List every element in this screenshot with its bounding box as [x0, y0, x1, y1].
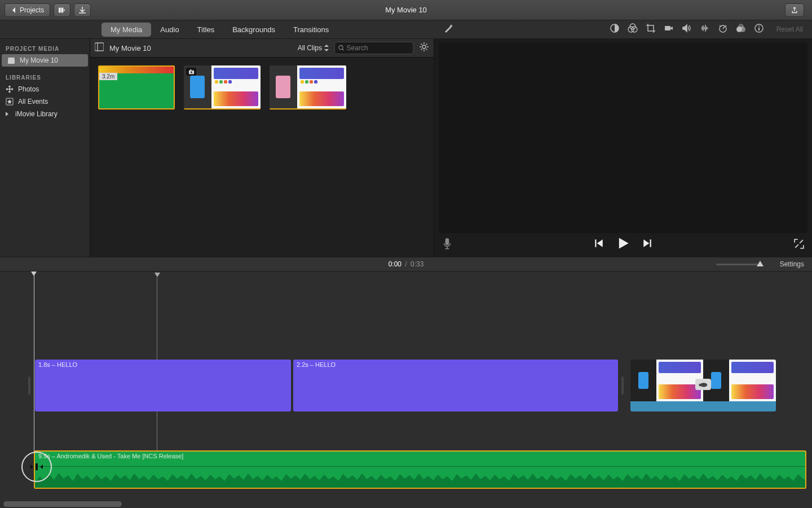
horizontal-scrollbar[interactable] — [3, 501, 122, 507]
clips-filter-dropdown[interactable]: All Clips — [298, 44, 329, 52]
sidebar-header-project-media: PROJECT MEDIA — [0, 42, 90, 54]
fullscreen-button[interactable] — [794, 239, 804, 251]
browser-settings-button[interactable] — [419, 42, 429, 54]
svg-rect-0 — [59, 7, 61, 12]
svg-rect-14 — [8, 59, 15, 64]
svg-rect-6 — [665, 26, 670, 30]
crop-button[interactable] — [646, 23, 656, 36]
tab-titles[interactable]: Titles — [188, 23, 224, 37]
video-clip-thumbnail[interactable] — [184, 65, 261, 110]
import-button[interactable] — [74, 3, 91, 17]
svg-rect-31 — [650, 239, 651, 247]
noise-reduction-button[interactable] — [700, 23, 710, 36]
video-clip-thumbnail[interactable] — [270, 65, 346, 110]
info-button[interactable] — [754, 23, 764, 36]
svg-rect-29 — [445, 238, 449, 245]
sidebar-library-label: iMovie Library — [15, 110, 58, 118]
svg-point-10 — [738, 24, 744, 29]
download-arrow-icon — [79, 7, 86, 14]
current-time: 0:00 — [389, 260, 401, 268]
preview-viewer[interactable] — [439, 42, 807, 233]
tab-transitions[interactable]: Transitions — [284, 23, 338, 37]
audio-track-clip[interactable]: 9.9s – Andromedik & Used - Take Me [NCS … — [34, 450, 806, 489]
color-balance-button[interactable] — [610, 23, 620, 36]
search-field[interactable] — [334, 42, 413, 54]
disclosure-triangle-icon — [6, 112, 8, 116]
svg-point-18 — [6, 88, 8, 90]
next-button[interactable] — [642, 238, 652, 251]
share-button[interactable] — [785, 3, 804, 17]
title-clip[interactable]: 2.2s – HELLO — [293, 360, 618, 411]
media-browser: My Movie 10 All Clips 3.2m — [90, 39, 434, 257]
browser-project-name: My Movie 10 — [109, 44, 151, 52]
sidebar-header-libraries: LIBRARIES — [0, 71, 90, 83]
volume-button[interactable] — [682, 23, 692, 36]
sidebar-item-project[interactable]: My Movie 10 — [2, 54, 88, 67]
clapperboard-icon — [7, 56, 15, 64]
sidebar-item-all-events[interactable]: All Events — [0, 95, 90, 108]
color-correction-button[interactable] — [628, 23, 638, 36]
projects-label: Projects — [20, 6, 44, 14]
layout-toggle-button[interactable] — [54, 3, 70, 17]
titlebar: Projects My Movie 10 — [0, 0, 812, 20]
total-duration: 0:33 — [411, 260, 423, 268]
clip-audio-waveform — [630, 401, 776, 411]
timeline[interactable]: 1.8s – HELLO 2.2s – HELLO 9.9s – Androme… — [0, 271, 812, 508]
svg-point-17 — [8, 91, 11, 93]
panel-toggle-button[interactable] — [95, 42, 104, 54]
voiceover-button[interactable] — [442, 238, 452, 252]
filters-button[interactable] — [736, 23, 746, 36]
audio-clip-label: 9.9s – Andromedik & Used - Take Me [NCS … — [38, 453, 183, 459]
tab-my-media[interactable]: My Media — [102, 23, 151, 37]
speed-button[interactable] — [718, 23, 728, 36]
sidebar-item-photos[interactable]: Photos — [0, 83, 90, 95]
title-clip-label: 2.2s – HELLO — [297, 361, 336, 368]
video-clip[interactable] — [630, 360, 776, 411]
clips-filter-label: All Clips — [298, 44, 322, 52]
svg-rect-1 — [61, 7, 64, 12]
viewer-controls — [434, 233, 812, 257]
timeline-settings-button[interactable]: Settings — [780, 260, 804, 268]
sidebar: PROJECT MEDIA My Movie 10 LIBRARIES Phot… — [0, 39, 90, 257]
auto-enhance-button[interactable] — [443, 23, 453, 36]
svg-point-23 — [339, 46, 343, 50]
tab-audio[interactable]: Audio — [151, 23, 188, 37]
svg-point-25 — [422, 45, 426, 49]
sidebar-photos-label: Photos — [18, 85, 39, 93]
svg-rect-21 — [95, 43, 104, 51]
photos-flower-icon — [6, 85, 14, 93]
media-tabs: My Media Audio Titles Backgrounds Transi… — [0, 20, 434, 38]
svg-line-24 — [342, 49, 344, 51]
share-icon — [791, 7, 798, 14]
title-clip[interactable]: 1.8s – HELLO — [35, 360, 291, 411]
sidebar-all-events-label: All Events — [18, 98, 48, 106]
tab-backgrounds[interactable]: Backgrounds — [223, 23, 284, 37]
svg-point-33 — [699, 384, 701, 387]
skimmer-head-icon — [155, 273, 160, 277]
search-input[interactable] — [347, 44, 409, 52]
title-clip-label: 1.8s – HELLO — [38, 361, 77, 368]
prev-button[interactable] — [594, 238, 604, 251]
window-title: My Movie 10 — [385, 6, 427, 14]
viewer-panel — [434, 39, 812, 257]
primary-storyline: 1.8s – HELLO 2.2s – HELLO — [0, 360, 812, 411]
time-separator: / — [405, 260, 407, 268]
audio-duration-badge: 3.2m — [99, 73, 117, 80]
audio-volume-line[interactable] — [35, 466, 805, 467]
time-display-row: 0:00 / 0:33 Settings — [0, 257, 812, 271]
projects-back-button[interactable]: Projects — [5, 3, 50, 17]
tool-tabs-row: My Media Audio Titles Backgrounds Transi… — [0, 20, 812, 39]
svg-rect-13 — [758, 28, 760, 30]
sidebar-item-imovie-library[interactable]: iMovie Library — [0, 108, 90, 120]
zoom-slider[interactable] — [716, 264, 761, 265]
time-display: 0:00 / 0:33 — [389, 260, 424, 268]
slow-motion-badge-icon — [695, 379, 711, 390]
stabilization-button[interactable] — [664, 23, 674, 36]
play-button[interactable] — [616, 237, 630, 252]
thumbnail-grid: 3.2m — [90, 58, 434, 257]
inspector-tool-icons: Reset All — [434, 20, 812, 38]
svg-point-15 — [8, 88, 11, 90]
svg-point-12 — [758, 26, 760, 27]
reset-all-button[interactable]: Reset All — [776, 25, 803, 33]
audio-clip-thumbnail[interactable]: 3.2m — [98, 65, 175, 110]
